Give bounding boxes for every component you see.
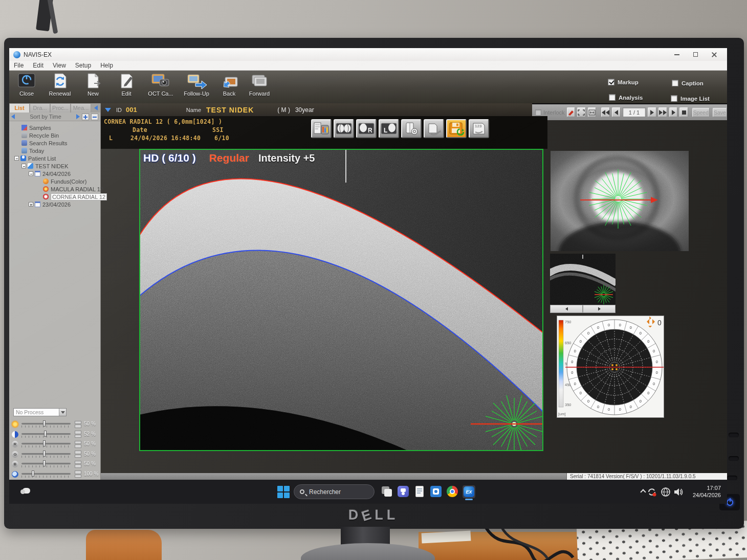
tab-draw[interactable]: Dra...: [30, 103, 50, 113]
collapse-node-icon[interactable]: [14, 156, 19, 161]
start-button[interactable]: [277, 486, 290, 498]
tray-chevron-icon[interactable]: [640, 489, 646, 495]
pachymetry-map-panel[interactable]: 750 650 550 450 350 [um] 000000000000000…: [557, 316, 664, 418]
filter-icon[interactable]: [105, 108, 111, 112]
menu-edit[interactable]: Edit: [28, 62, 48, 69]
slider-thumb[interactable]: [43, 440, 46, 446]
widgets-icon[interactable]: [23, 488, 30, 494]
close-button[interactable]: Close: [12, 72, 41, 97]
network-tray-icon[interactable]: [660, 486, 671, 498]
tree-item-today[interactable]: Today: [9, 147, 100, 154]
tab-list[interactable]: List: [9, 103, 30, 113]
teams-icon[interactable]: [397, 485, 410, 498]
markup-checkbox[interactable]: Markup: [608, 79, 639, 85]
slider-spinner[interactable]: [75, 441, 81, 448]
tree-item-patient-list[interactable]: Patient List: [9, 154, 100, 162]
expand-node-icon[interactable]: [29, 202, 33, 207]
monitor-osd-button[interactable]: [729, 433, 739, 437]
image-list-checkbox[interactable]: Image List: [671, 95, 710, 102]
slider-thumb[interactable]: [43, 460, 46, 466]
tree-item-samples[interactable]: Samples: [9, 124, 100, 131]
stop-button[interactable]: [679, 107, 688, 117]
notepad-icon[interactable]: [413, 485, 426, 498]
save-image-button[interactable]: [446, 119, 467, 138]
taskbar-search[interactable]: Rechercher: [294, 484, 375, 499]
photos-icon[interactable]: [430, 485, 443, 498]
menu-setup[interactable]: Setup: [71, 62, 96, 69]
move-map-icon[interactable]: [647, 316, 655, 327]
collapse-all-button[interactable]: [91, 114, 98, 120]
sort-by-label[interactable]: Sort by Time: [17, 114, 74, 120]
sync-tray-icon[interactable]: [646, 486, 657, 498]
tab-process[interactable]: Proc...: [50, 103, 71, 113]
app-titlebar[interactable]: NAVIS-EX: [9, 48, 727, 61]
taskbar-clock[interactable]: 17:07 24/04/2026: [675, 484, 721, 499]
slider-thumb[interactable]: [43, 420, 46, 427]
slider-spinner[interactable]: [75, 451, 81, 458]
right-eye-button[interactable]: R: [356, 119, 377, 138]
anterior-eye-image[interactable]: [551, 151, 689, 251]
slider-track[interactable]: [21, 423, 71, 424]
play-button[interactable]: [669, 107, 678, 117]
save-button[interactable]: Save: [713, 108, 727, 117]
tree-item-date-24[interactable]: 24/04/2026: [9, 170, 100, 177]
monitor-osd-button[interactable]: [729, 456, 739, 461]
forward-button[interactable]: Forward: [246, 72, 273, 97]
analysis-checkbox[interactable]: Analysis: [609, 94, 643, 101]
sort-next-icon[interactable]: [76, 114, 80, 119]
markup-tool-button[interactable]: [567, 107, 576, 117]
collapse-node-icon[interactable]: [29, 171, 33, 176]
collapse-node-icon[interactable]: [21, 164, 26, 168]
process-dropdown[interactable]: No Process: [13, 408, 67, 416]
slider-track[interactable]: [21, 453, 71, 455]
slider-track[interactable]: [21, 443, 71, 444]
close-window-button[interactable]: [705, 48, 723, 61]
numbering-button[interactable]: 123: [469, 119, 489, 138]
slider-thumb[interactable]: [44, 431, 47, 437]
edit-button[interactable]: Edit: [112, 72, 141, 97]
oct-bscan-image[interactable]: [139, 149, 543, 451]
fit-width-button[interactable]: [588, 107, 597, 117]
interlock-checkbox[interactable]: Interlock: [535, 109, 565, 116]
tab-measure[interactable]: Mea...: [71, 103, 91, 113]
tree-item-date-23[interactable]: 23/04/2026: [9, 200, 100, 208]
renewal-button[interactable]: Renewal: [46, 72, 74, 97]
scroll-left-button[interactable]: [550, 305, 583, 313]
scroll-right-button[interactable]: [583, 305, 616, 313]
sort-prev-icon[interactable]: [11, 114, 15, 119]
tree-item-recycle-bin[interactable]: Recycle Bin: [9, 131, 100, 139]
back-button[interactable]: Back: [217, 72, 241, 97]
tree-item-fundus[interactable]: Fundus(Color): [9, 177, 100, 185]
restore-button[interactable]: [686, 48, 705, 61]
minimize-button[interactable]: [668, 48, 686, 61]
prev-image-button[interactable]: [612, 107, 621, 117]
monitor-osd-button[interactable]: [727, 476, 737, 480]
tree-item-patient[interactable]: TEST NIDEK: [9, 162, 100, 170]
slider-spinner[interactable]: [75, 421, 81, 428]
report-button[interactable]: [311, 119, 332, 138]
slider-thumb[interactable]: [32, 471, 34, 477]
slider-spinner[interactable]: [75, 431, 81, 438]
tab-scroll-left-button[interactable]: [91, 103, 100, 113]
fit-screen-button[interactable]: [577, 107, 586, 117]
tree-item-cornea-radial[interactable]: CORNEA RADIAL 12: [9, 193, 100, 200]
speed-button[interactable]: Speed: [692, 108, 710, 117]
last-image-button[interactable]: [658, 107, 667, 117]
menu-help[interactable]: Help: [96, 62, 118, 69]
oct-thumbnail[interactable]: [550, 254, 616, 305]
navis-ex-taskbar-icon[interactable]: EX: [463, 485, 475, 498]
next-image-button[interactable]: [648, 107, 656, 117]
slider-spinner[interactable]: [75, 461, 81, 468]
slider-spinner[interactable]: [75, 471, 81, 478]
compare-button[interactable]: [401, 119, 422, 138]
new-button[interactable]: New: [79, 72, 107, 97]
slider-track[interactable]: [21, 463, 71, 464]
follow-up-button[interactable]: Follow-Up: [181, 72, 212, 97]
oct-capture-button[interactable]: OCT Ca...: [145, 72, 176, 97]
task-view-button[interactable]: [381, 485, 393, 498]
menu-file[interactable]: File: [9, 62, 28, 69]
left-eye-button[interactable]: L: [379, 119, 399, 138]
both-eyes-button[interactable]: [334, 119, 354, 138]
slider-track[interactable]: [21, 473, 71, 475]
menu-view[interactable]: View: [48, 62, 71, 69]
